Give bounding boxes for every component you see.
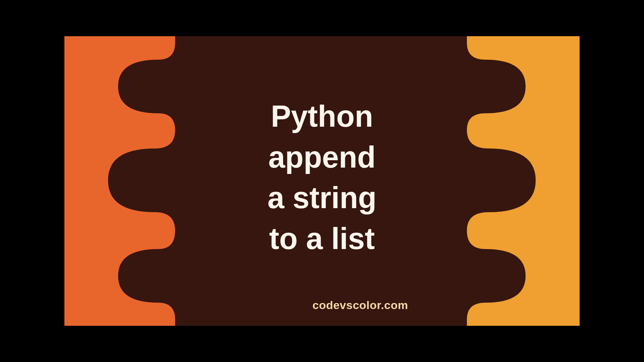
banner-graphic: Python append a string to a list codevsc… xyxy=(64,36,580,326)
main-title: Python append a string to a list xyxy=(267,96,376,259)
footer-credit: codevscolor.com xyxy=(312,299,408,312)
